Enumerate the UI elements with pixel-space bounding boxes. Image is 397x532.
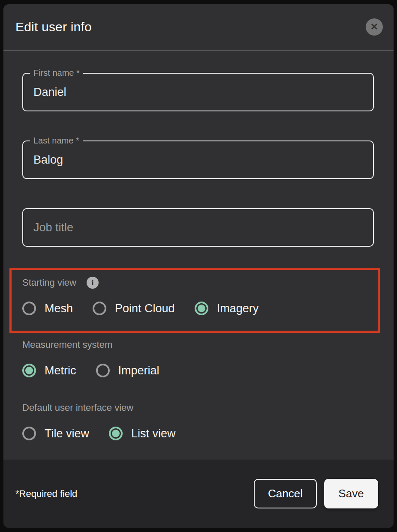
- radio-imperial[interactable]: Imperial: [96, 362, 159, 379]
- required-field-note: *Required field: [15, 488, 254, 499]
- job-title-field: [22, 208, 374, 247]
- first-name-field: First name *: [22, 73, 374, 111]
- measurement-system-radio-group: Metric Imperial: [22, 362, 394, 379]
- cancel-button[interactable]: Cancel: [254, 479, 317, 508]
- radio-metric[interactable]: Metric: [22, 362, 76, 379]
- radio-unselected-icon: [22, 427, 36, 440]
- radio-label: Imagery: [217, 300, 259, 317]
- info-icon-glyph: i: [91, 277, 93, 289]
- starting-view-section-highlight: Starting view i Mesh Point Cloud Imagery: [9, 268, 380, 333]
- radio-selected-icon: [22, 364, 36, 377]
- first-name-input[interactable]: [22, 73, 374, 111]
- measurement-system-label: Measurement system: [22, 339, 112, 351]
- radio-label: Mesh: [45, 300, 73, 317]
- info-icon[interactable]: i: [87, 277, 99, 289]
- first-name-label: First name *: [30, 68, 83, 78]
- last-name-label: Last name *: [30, 136, 83, 145]
- close-icon: ✕: [370, 22, 378, 32]
- radio-selected-icon: [109, 427, 123, 440]
- radio-selected-icon: [195, 302, 208, 315]
- radio-label: Tile view: [45, 425, 89, 442]
- starting-view-radio-group: Mesh Point Cloud Imagery: [22, 300, 378, 317]
- radio-label: Point Cloud: [115, 300, 175, 317]
- radio-unselected-icon: [96, 364, 110, 377]
- radio-mesh[interactable]: Mesh: [22, 300, 73, 317]
- measurement-system-section: Measurement system Metric Imperial: [22, 339, 394, 379]
- dialog-header: Edit user info ✕: [3, 4, 394, 51]
- edit-user-info-dialog: Edit user info ✕ First name * Last name …: [3, 4, 394, 528]
- save-button[interactable]: Save: [324, 479, 378, 508]
- last-name-input[interactable]: [22, 140, 374, 179]
- starting-view-label: Starting view: [22, 277, 76, 289]
- default-ui-view-section: Default user interface view Tile view Li…: [22, 402, 394, 442]
- radio-label: Metric: [45, 362, 76, 379]
- default-ui-view-radio-group: Tile view List view: [22, 425, 394, 442]
- radio-label: Imperial: [118, 362, 159, 379]
- dialog-footer: *Required field Cancel Save: [3, 460, 394, 528]
- default-ui-view-label: Default user interface view: [22, 402, 133, 414]
- job-title-input[interactable]: [22, 208, 374, 247]
- last-name-field: Last name *: [22, 140, 374, 179]
- radio-point-cloud[interactable]: Point Cloud: [93, 300, 175, 317]
- starting-view-label-row: Starting view i: [22, 277, 378, 289]
- radio-tile-view[interactable]: Tile view: [22, 425, 89, 442]
- radio-label: List view: [131, 425, 176, 442]
- close-button[interactable]: ✕: [366, 18, 383, 36]
- page-title: Edit user info: [15, 20, 366, 34]
- radio-imagery[interactable]: Imagery: [195, 300, 259, 317]
- radio-unselected-icon: [93, 302, 106, 315]
- radio-list-view[interactable]: List view: [109, 425, 176, 442]
- radio-unselected-icon: [22, 302, 36, 315]
